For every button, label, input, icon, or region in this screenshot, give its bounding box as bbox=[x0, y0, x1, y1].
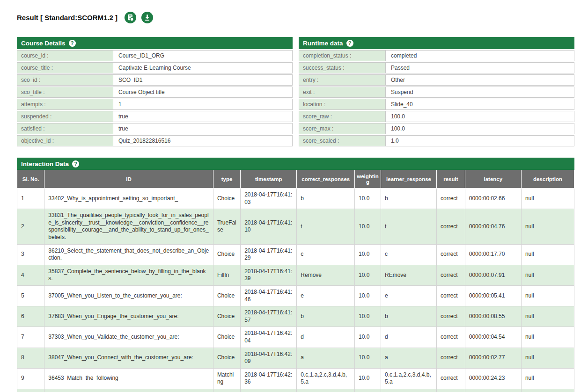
cell-type: Matching bbox=[213, 368, 240, 389]
field-value: 1.0 bbox=[385, 136, 574, 146]
course-details-header: Course Details ? bbox=[17, 37, 293, 49]
cell-description: null bbox=[521, 285, 574, 306]
help-icon[interactable]: ? bbox=[69, 40, 76, 47]
detail-row: sco_title :Course Object title bbox=[17, 87, 293, 98]
table-row: 1035595_Thanks_for_sharing_that_you_may_… bbox=[17, 389, 574, 392]
detail-row: satisfied :true bbox=[17, 123, 293, 134]
field-value: Suspend bbox=[385, 87, 574, 97]
field-value: SCO_ID1 bbox=[113, 75, 292, 85]
cell-timestamp: 2018-04-17T16:42:09 bbox=[241, 348, 297, 368]
cell-correct-responses: e bbox=[297, 285, 355, 306]
cell-result: correct bbox=[437, 306, 465, 327]
cell-latency: 0000:00:05.41 bbox=[465, 285, 521, 306]
cell-description: null bbox=[521, 327, 574, 348]
detail-row: score_max :100.0 bbox=[299, 123, 574, 134]
interaction-table-head: Sl. No.IDtypetimestampcorrect_responsesw… bbox=[17, 170, 574, 189]
interaction-table-body: 133402_Why_is_appointment_setting_so_imp… bbox=[17, 189, 574, 392]
field-value: true bbox=[113, 123, 292, 134]
cell-correct-responses: 0.c,1.a,2.c,3.d,4.b,5.a bbox=[297, 368, 355, 389]
cell-id: 36210_Select_the_statement_that_does_not… bbox=[44, 244, 213, 265]
cell-latency: 0000:00:04.54 bbox=[465, 327, 521, 348]
cell-correct-responses: d bbox=[297, 327, 355, 348]
detail-row: score_scaled :1.0 bbox=[299, 135, 574, 146]
cell-result: correct bbox=[437, 389, 465, 392]
cell-result: correct bbox=[437, 244, 465, 265]
table-row: 936453_Match_the_followingMatching2018-0… bbox=[17, 368, 574, 389]
column-header-weighting: weighting bbox=[355, 170, 381, 189]
detail-row: course_title :Captivate E-Learning Cours… bbox=[17, 62, 293, 73]
cell-latency: 0000:00:02.77 bbox=[465, 348, 521, 368]
page-header: Result [ Standard:SCORM1.2 ] bbox=[17, 11, 574, 24]
runtime-data-panel: Runtime data ? completion_status :comple… bbox=[299, 37, 574, 146]
cell-correct-responses: b bbox=[297, 306, 355, 327]
cell-correct-responses: Remove bbox=[297, 265, 355, 285]
cell-weighting: 10.0 bbox=[355, 189, 381, 209]
field-label: score_raw : bbox=[299, 111, 385, 122]
cell-sl-no: 5 bbox=[17, 285, 44, 306]
cell-learner-response: a bbox=[381, 348, 437, 368]
page-title: Result [ Standard:SCORM1.2 ] bbox=[17, 14, 118, 22]
detail-row: location :Slide_40 bbox=[299, 99, 574, 110]
runtime-data-rows: completion_status :completedsuccess_stat… bbox=[299, 50, 574, 146]
field-value: Quiz_201822816516 bbox=[113, 136, 292, 146]
cell-weighting: 10.0 bbox=[355, 209, 381, 244]
cell-correct-responses: t bbox=[297, 209, 355, 244]
cell-learner-response: b bbox=[381, 306, 437, 327]
cell-weighting: 10.0 bbox=[355, 368, 381, 389]
cell-sl-no: 9 bbox=[17, 368, 44, 389]
cell-description: null bbox=[521, 306, 574, 327]
help-icon[interactable]: ? bbox=[72, 160, 79, 167]
cell-type: Choice bbox=[213, 348, 240, 368]
download-icon[interactable] bbox=[141, 11, 154, 24]
cell-timestamp: 2018-04-17T16:41:29 bbox=[241, 244, 297, 265]
cell-weighting: 10.0 bbox=[355, 265, 381, 285]
cell-correct-responses: a bbox=[297, 348, 355, 368]
cell-description: null bbox=[521, 368, 574, 389]
cell-weighting: 10.0 bbox=[355, 348, 381, 368]
cell-latency: 0000:00:08.55 bbox=[465, 306, 521, 327]
cell-latency: 0000:00:07.91 bbox=[465, 265, 521, 285]
field-value: 100.0 bbox=[385, 111, 574, 122]
cell-id: 37005_When_you_Listen_to_the_customer_yo… bbox=[44, 285, 213, 306]
help-icon[interactable]: ? bbox=[346, 40, 353, 47]
field-label: location : bbox=[299, 99, 385, 109]
cell-type: TrueFalse bbox=[213, 389, 240, 392]
cell-type: TrueFalse bbox=[213, 209, 240, 244]
field-label: attempts : bbox=[17, 99, 113, 109]
column-header-result: result bbox=[437, 170, 465, 189]
interaction-data-panel: Interaction Data ? Sl. No.IDtypetimestam… bbox=[17, 158, 574, 392]
cell-timestamp: 2018-04-17T16:41:10 bbox=[241, 209, 297, 244]
runtime-data-header: Runtime data ? bbox=[299, 37, 574, 49]
field-label: success_status : bbox=[299, 63, 385, 73]
cell-sl-no: 8 bbox=[17, 348, 44, 368]
cell-type: Choice bbox=[213, 244, 240, 265]
cell-learner-response: t bbox=[381, 209, 437, 244]
cell-latency: 0000:00:04.30 bbox=[465, 389, 521, 392]
field-label: satisfied : bbox=[17, 123, 113, 134]
report-icon[interactable] bbox=[124, 11, 137, 24]
cell-weighting: 10.0 bbox=[355, 327, 381, 348]
cell-weighting: 10.0 bbox=[355, 389, 381, 392]
table-row: 133402_Why_is_appointment_setting_so_imp… bbox=[17, 189, 574, 209]
cell-correct-responses: f bbox=[297, 389, 355, 392]
cell-description: null bbox=[521, 265, 574, 285]
field-value: 100.0 bbox=[385, 123, 574, 134]
column-header-timestamp: timestamp bbox=[241, 170, 297, 189]
field-label: suspended : bbox=[17, 111, 113, 122]
cell-type: Choice bbox=[213, 327, 240, 348]
column-header-latency: latency bbox=[465, 170, 521, 189]
summary-panels: Course Details ? course_id :Course_ID1_O… bbox=[17, 37, 574, 146]
field-value: Captivate E-Learning Course bbox=[113, 63, 292, 73]
cell-type: FillIn bbox=[213, 265, 240, 285]
cell-timestamp: 2018-04-17T16:41:03 bbox=[241, 189, 297, 209]
cell-learner-response: d bbox=[381, 327, 437, 348]
course-details-panel: Course Details ? course_id :Course_ID1_O… bbox=[17, 37, 293, 146]
cell-id: 33831_The_quailities_people_typically_lo… bbox=[44, 209, 213, 244]
cell-description: null bbox=[521, 389, 574, 392]
cell-sl-no: 6 bbox=[17, 306, 44, 327]
cell-weighting: 10.0 bbox=[355, 244, 381, 265]
cell-weighting: 10.0 bbox=[355, 306, 381, 327]
field-label: course_title : bbox=[17, 63, 113, 73]
column-header-learner-response: learner_response bbox=[381, 170, 437, 189]
cell-id: 33402_Why_is_appointment_setting_so_impo… bbox=[44, 189, 213, 209]
